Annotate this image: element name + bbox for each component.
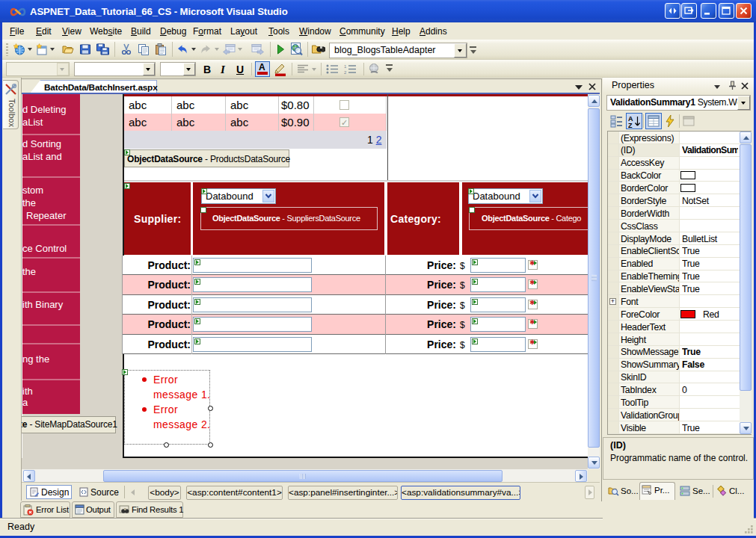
svg-text:2: 2 xyxy=(344,70,347,75)
svg-text:Z: Z xyxy=(628,122,633,129)
svg-text:1: 1 xyxy=(344,64,347,69)
